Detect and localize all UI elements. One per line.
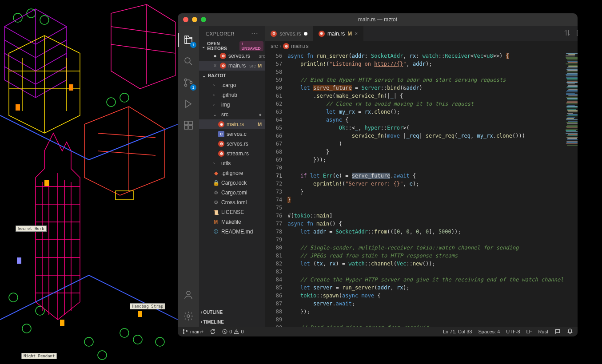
problems-status[interactable]: 0 0 <box>222 329 243 334</box>
tree-item-img[interactable]: ›img <box>199 100 265 110</box>
explorer-more-icon[interactable]: ⋯ <box>251 29 259 38</box>
timeline-section[interactable]: › TIMELINE <box>199 317 265 327</box>
statusbar: main+ 0 0 Ln 71, Col 33 Spaces: 4 UTF-8 … <box>178 327 578 336</box>
svg-point-23 <box>185 84 187 87</box>
tree-item-servos-rs[interactable]: ⚙servos.rs <box>199 139 265 149</box>
close-window-button[interactable] <box>183 17 188 22</box>
search-activity-icon[interactable] <box>178 51 199 72</box>
svg-point-30 <box>187 315 190 317</box>
project-section[interactable]: ⌄ RAZTOT <box>199 71 265 80</box>
chevron-right-icon: › <box>279 43 281 49</box>
svg-rect-19 <box>138 311 142 317</box>
svg-point-21 <box>185 58 190 63</box>
minimap[interactable] <box>564 51 578 327</box>
svg-rect-25 <box>184 121 188 125</box>
activity-bar: 1 1 <box>178 26 199 327</box>
rust-file-icon: ⚙ <box>283 43 289 49</box>
minimize-window-button[interactable] <box>192 17 197 22</box>
editor-tabs: ⚙servos.rs⚙main.rsM× ⋯ <box>265 26 578 41</box>
explorer-badge: 1 <box>190 42 196 48</box>
tree-item-Cargo-lock[interactable]: 🔒Cargo.lock <box>199 178 265 188</box>
chevron-right-icon: › <box>201 310 202 315</box>
tree-item-stream-rs[interactable]: ⚙stream.rs <box>199 149 265 158</box>
editor-window: main.rs — raztot 1 1 <box>178 13 578 336</box>
svg-rect-0 <box>0 0 178 364</box>
scm-badge: 1 <box>190 84 196 91</box>
tree-item--github[interactable]: ›.github <box>199 90 265 100</box>
breadcrumb-part[interactable]: main.rs <box>291 43 308 49</box>
language-status[interactable]: Rust <box>538 329 548 334</box>
editor-body[interactable]: 5657585960616263646566676869707172737475… <box>265 51 578 327</box>
explorer-activity-icon[interactable]: 1 <box>178 29 199 51</box>
chevron-down-icon: ⌄ <box>201 73 207 78</box>
desktop-item-label[interactable]: Night Pendant <box>21 353 57 359</box>
extensions-activity-icon[interactable] <box>178 115 199 136</box>
svg-rect-28 <box>189 126 192 129</box>
tree-item-LICENSE[interactable]: 📜LICENSE <box>199 207 265 217</box>
tree-item-servos-c[interactable]: Cservos.c <box>199 129 265 139</box>
explorer-sidebar: EXPLORER ⋯ ⌄ OPEN EDITORS 1 UNSAVED ●⚙se… <box>199 26 265 327</box>
svg-point-33 <box>183 332 184 333</box>
tree-item-main-rs[interactable]: ⚙main.rsM <box>199 119 265 129</box>
chevron-right-icon: › <box>201 320 202 324</box>
svg-rect-15 <box>69 84 73 91</box>
titlebar[interactable]: main.rs — raztot <box>178 13 578 26</box>
outline-section[interactable]: › OUTLINE <box>199 307 265 317</box>
feedback-icon[interactable] <box>554 328 561 335</box>
tab-main-rs[interactable]: ⚙main.rsM× <box>313 26 363 41</box>
account-activity-icon[interactable] <box>178 284 199 305</box>
explorer-title: EXPLORER <box>206 31 235 36</box>
encoding-status[interactable]: UTF-8 <box>506 329 520 334</box>
split-editor-icon[interactable] <box>576 29 578 38</box>
svg-rect-17 <box>44 180 49 186</box>
run-activity-icon[interactable] <box>178 93 199 115</box>
pixel-art-wallpaper <box>0 0 178 364</box>
tree-item-src[interactable]: ⌄src● <box>199 110 265 119</box>
svg-rect-26 <box>189 121 192 125</box>
explorer-header: EXPLORER ⋯ <box>199 26 265 41</box>
svg-rect-31 <box>577 30 578 36</box>
breadcrumb-part[interactable]: src <box>271 43 278 49</box>
tab-servos-rs[interactable]: ⚙servos.rs <box>265 26 313 41</box>
settings-activity-icon[interactable] <box>178 305 199 327</box>
desktop-item-label[interactable]: Secret Herb <box>16 226 47 232</box>
line-number-gutter: 5657585960616263646566676869707172737475… <box>265 51 287 327</box>
tree-item-Cross-toml[interactable]: ⚙Cross.toml <box>199 198 265 207</box>
window-controls <box>183 17 206 22</box>
svg-rect-16 <box>16 104 20 111</box>
tree-item-Cargo-toml[interactable]: ⚙Cargo.toml <box>199 188 265 198</box>
svg-point-22 <box>185 79 187 81</box>
tree-item-utils[interactable]: ›utils <box>199 158 265 168</box>
indentation-status[interactable]: Spaces: 4 <box>478 329 500 334</box>
tree-item-Makefile[interactable]: MMakefile <box>199 217 265 227</box>
maximize-window-button[interactable] <box>201 17 206 22</box>
svg-rect-27 <box>184 126 188 129</box>
notifications-icon[interactable] <box>567 328 573 335</box>
svg-rect-20 <box>60 320 64 326</box>
svg-point-24 <box>190 82 192 84</box>
scm-activity-icon[interactable]: 1 <box>178 72 199 93</box>
chevron-down-icon: ⌄ <box>201 44 206 49</box>
editor-area: ⚙servos.rs⚙main.rsM× ⋯ src › ⚙ main.rs <box>265 26 578 327</box>
eol-status[interactable]: LF <box>526 329 532 334</box>
window-title: main.rs — raztot <box>178 16 578 23</box>
open-editor-item[interactable]: ×⚙main.rssrcM <box>199 61 265 71</box>
desktop-item-label[interactable]: Handbag Strap <box>130 303 165 309</box>
compare-changes-icon[interactable] <box>564 29 571 38</box>
breadcrumb[interactable]: src › ⚙ main.rs <box>265 41 578 51</box>
svg-rect-18 <box>17 257 21 264</box>
git-branch-status[interactable]: main+ <box>182 328 203 335</box>
svg-point-29 <box>187 291 190 295</box>
svg-point-32 <box>183 329 184 330</box>
tree-item--cargo[interactable]: ›.cargo <box>199 80 265 90</box>
open-editor-item[interactable]: ●⚙servos.rssrc <box>199 51 265 61</box>
code-content[interactable]: async fn run_server(addr: SocketAddr, rx… <box>287 51 563 327</box>
tree-item-README-md[interactable]: ⓘREADME.md <box>199 227 265 237</box>
tree-item--gitignore[interactable]: ◆.gitignore <box>199 168 265 178</box>
cursor-position-status[interactable]: Ln 71, Col 33 <box>443 329 472 334</box>
unsaved-badge: 1 UNSAVED <box>239 41 264 51</box>
sync-status[interactable] <box>210 328 216 335</box>
open-editors-section[interactable]: ⌄ OPEN EDITORS 1 UNSAVED <box>199 41 265 51</box>
